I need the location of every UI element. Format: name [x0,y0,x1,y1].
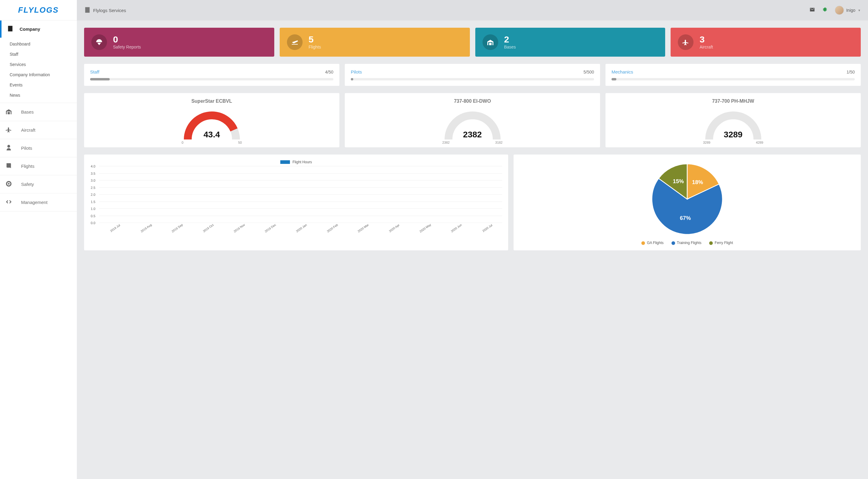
main-nav: BasesAircraftPilotsFlightsSafetyManageme… [0,103,77,212]
progress-count: 1/50 [846,70,855,74]
sidebar-item-label: Management [21,200,48,205]
progress-title: Staff [90,69,99,74]
stat-card-safety-reports[interactable]: 0 Safety Reports [84,28,274,57]
sidebar-item-company[interactable]: Company [0,21,77,38]
sidebar-sub-item[interactable]: Services [0,59,77,70]
gauge-card[interactable]: 737-800 EI-DWO 2382 23823182 [345,93,600,147]
bar-chart: 0.00.51.01.52.02.53.03.54.02019 Jul2019 … [90,166,502,232]
legend-item: Ferry Flight [709,241,733,245]
sidebar-sub-item[interactable]: News [0,90,77,100]
sidebar-item-label: Pilots [21,146,32,151]
bar-chart-title: Flight Hours [292,160,312,164]
stat-value: 2 [504,35,516,44]
y-tick: 3.0 [91,179,95,182]
page-title: Flylogs Services [93,8,126,13]
pie-chart: 18%67%15% [648,160,726,238]
sidebar-item-label: Flights [21,164,34,169]
gauge-card[interactable]: 737-700 PH-MHJW 3289 32894289 [606,93,861,147]
building-icon [7,25,14,33]
parachute-icon [91,34,107,50]
gauge-card[interactable]: SuperStar ECBVL 43.4 050 [84,93,339,147]
stat-label: Safety Reports [113,44,141,50]
progress-card-staff[interactable]: Staff 4/50 [84,64,339,86]
sidebar-sub-item[interactable]: Staff [0,49,77,59]
pie-legend: GA FlightsTraining FlightsFerry Flight [641,241,733,245]
progress-title: Mechanics [612,69,633,74]
progress-card-pilots[interactable]: Pilots 5/500 [345,64,600,86]
breadcrumb: Flylogs Services [84,7,126,14]
y-tick: 1.0 [91,207,95,211]
sidebar-item-aircraft[interactable]: Aircraft [0,121,77,139]
legend-dot [672,241,675,245]
stat-label: Aircraft [700,44,713,50]
y-tick: 3.5 [91,172,95,175]
progress-count: 4/50 [325,70,333,74]
y-tick: 1.5 [91,200,95,204]
progress-card-mechanics[interactable]: Mechanics 1/50 [606,64,861,86]
plane-icon [5,126,13,134]
hangar-icon [483,34,498,50]
progress-count: 5/500 [584,70,594,74]
legend-dot [641,241,645,245]
sidebar-sub-item[interactable]: Dashboard [0,39,77,49]
progress-fill [351,78,353,81]
stat-card-aircraft[interactable]: 3 Aircraft [671,28,861,57]
gauge-value: 3289 [700,130,767,139]
sidebar-item-management[interactable]: Management [0,193,77,212]
takeoff-icon [287,34,303,50]
building-icon [84,7,91,14]
logo-area: FLYLOGS [0,0,77,21]
sidebar-item-bases[interactable]: Bases [0,103,77,121]
book-icon [5,162,13,170]
bar-chart-card: Flight Hours 0.00.51.01.52.02.53.03.54.0… [84,155,508,250]
sidebar-item-safety[interactable]: Safety [0,175,77,193]
brand-logo[interactable]: FLYLOGS [18,5,59,15]
user-menu[interactable]: Inigo ▼ [835,6,861,15]
gauge-title: 737-800 EI-DWO [348,98,597,104]
mail-icon[interactable] [809,7,815,13]
sidebar-item-flights[interactable]: Flights [0,157,77,175]
progress-row: Staff 4/50 Pilots 5/500 Mechanics 1/50 [84,64,861,86]
progress-title: Pilots [351,69,362,74]
pie-label: 15% [673,178,684,184]
pie-label: 18% [692,179,703,185]
sidebar-item-label: Aircraft [21,127,36,133]
sidebar-sub-company: Dashboard Staff Services Company Informa… [0,38,77,103]
sidebar-company-label: Company [20,27,40,32]
y-tick: 0.0 [91,221,95,225]
sidebar-sub-item[interactable]: Company Information [0,70,77,80]
topbar: Flylogs Services Inigo ▼ [77,0,868,21]
gauge-row: SuperStar ECBVL 43.4 050737-800 EI-DWO 2… [84,93,861,147]
bug-icon[interactable] [822,7,828,13]
topbar-actions: Inigo ▼ [809,6,861,15]
stats-row: 0 Safety Reports 5 Flights 2 Bases 3 Air… [84,28,861,57]
pilot-icon [5,144,13,152]
life-ring-icon [5,181,13,188]
sidebar-sub-item[interactable]: Events [0,80,77,90]
y-tick: 2.0 [91,193,95,196]
y-tick: 4.0 [91,164,95,168]
progress-fill [612,78,616,81]
chevron-down-icon: ▼ [858,9,861,12]
gauge-title: 737-700 PH-MHJW [609,98,858,104]
stat-card-flights[interactable]: 5 Flights [280,28,470,57]
legend-swatch [280,160,290,164]
sidebar-item-pilots[interactable]: Pilots [0,139,77,157]
gauge-value: 2382 [439,130,506,139]
stat-value: 0 [113,35,141,44]
y-tick: 0.5 [91,214,95,218]
sidebar: FLYLOGS Company Dashboard Staff Services… [0,0,77,479]
plane-icon [678,34,693,50]
progress-bar [90,78,333,81]
pie-chart-card: 18%67%15% GA FlightsTraining FlightsFerr… [514,155,861,250]
hangar-icon [5,108,13,116]
sidebar-item-label: Safety [21,182,34,187]
stat-label: Bases [504,44,516,50]
stat-card-bases[interactable]: 2 Bases [475,28,665,57]
progress-bar [612,78,855,81]
avatar [835,6,844,15]
progress-fill [90,78,110,81]
stat-value: 3 [700,35,713,44]
user-name: Inigo [846,8,855,13]
legend-item: Training Flights [672,241,702,245]
